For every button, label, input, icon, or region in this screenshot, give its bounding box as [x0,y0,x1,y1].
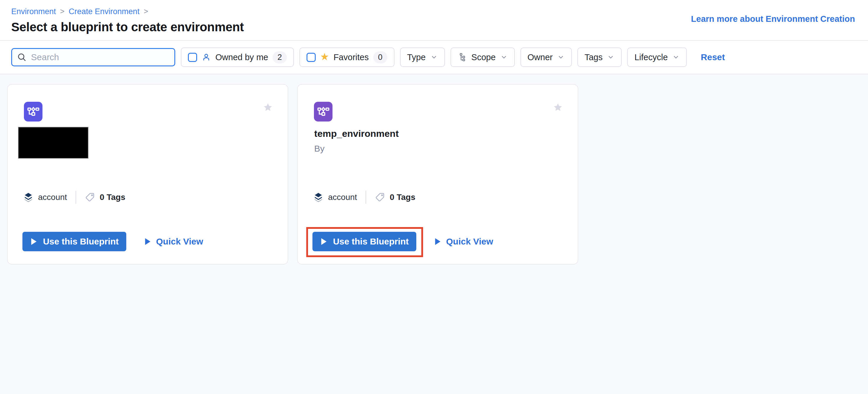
scope-filter-dropdown[interactable]: Scope [451,47,515,67]
play-icon [434,238,441,245]
blueprint-name: temp_environment [314,128,399,139]
owner-filter-label: Owner [528,53,553,62]
reset-filters-button[interactable]: Reset [701,52,725,62]
favorites-count-badge: 0 [373,51,388,63]
hierarchy-icon [458,53,467,62]
tags-filter-dropdown[interactable]: Tags [578,47,622,67]
play-icon [30,238,37,245]
redacted-blueprint-name [18,127,89,159]
person-icon [202,53,211,62]
account-scope-icon [23,192,34,203]
breadcrumb-create-environment[interactable]: Create Environment [69,7,140,16]
card-meta-row: account 0 Tags [23,191,125,204]
lifecycle-filter-dropdown[interactable]: Lifecycle [627,47,687,67]
scope-label: account [38,193,67,202]
type-filter-dropdown[interactable]: Type [400,47,445,67]
use-this-blueprint-label: Use this Blueprint [43,236,119,247]
breadcrumb-separator-icon: > [144,7,148,16]
filter-bar: Owned by me 2 ★ Favorites 0 Type [0,41,868,74]
divider [75,191,76,204]
blueprint-catalog-page: Environment > Create Environment > Selec… [0,0,868,394]
scope-label: account [328,193,357,202]
account-scope-icon [313,192,324,203]
breadcrumb-environment[interactable]: Environment [11,7,56,16]
tags-count-label: 0 Tags [100,193,125,202]
tag-icon [85,192,95,203]
page-header: Environment > Create Environment > Selec… [0,0,868,41]
chevron-down-icon [430,53,438,63]
chevron-down-icon [500,53,508,63]
blueprint-list: account 0 Tags Use [0,74,868,394]
favorites-checkbox[interactable] [307,53,316,62]
blueprint-tile-icon [24,102,42,122]
quick-view-label: Quick View [446,236,493,247]
tags-count-label: 0 Tags [390,193,415,202]
owned-by-me-label: Owned by me [215,53,268,62]
type-filter-label: Type [407,53,426,62]
quick-view-label: Quick View [156,236,203,247]
chevron-down-icon [672,53,680,63]
card-actions: Use this Blueprint Quick View [312,232,493,251]
blueprint-tile-icon [314,102,333,122]
owned-by-me-filter[interactable]: Owned by me 2 [181,47,294,67]
search-box[interactable] [11,48,175,66]
card-actions: Use this Blueprint Quick View [23,232,203,251]
quick-view-link[interactable]: Quick View [434,236,493,247]
use-this-blueprint-button[interactable]: Use this Blueprint [312,232,416,251]
breadcrumb-separator-icon: > [60,7,65,16]
chevron-down-icon [607,53,615,63]
favorites-filter[interactable]: ★ Favorites 0 [300,47,395,67]
owner-filter-dropdown[interactable]: Owner [521,47,572,67]
favorite-star-icon[interactable] [263,102,273,113]
favorite-star-icon[interactable] [553,102,563,113]
blueprint-author-label: By [314,143,324,154]
blueprint-card: account 0 Tags Use [7,84,288,265]
tag-icon [375,192,385,203]
blueprint-card-temp-environment: temp_environment By account [297,84,578,265]
use-this-blueprint-button[interactable]: Use this Blueprint [23,232,126,251]
owned-by-me-checkbox[interactable] [188,53,197,62]
owned-by-me-count-badge: 2 [273,51,287,63]
divider [366,191,366,204]
card-meta-row: account 0 Tags [313,191,415,204]
play-icon [320,238,327,245]
scope-filter-label: Scope [471,53,496,62]
quick-view-link[interactable]: Quick View [144,236,203,247]
search-icon [17,52,27,62]
chevron-down-icon [557,53,565,63]
search-input[interactable] [31,52,169,62]
tags-filter-label: Tags [585,53,602,62]
lifecycle-filter-label: Lifecycle [634,53,668,62]
learn-more-link[interactable]: Learn more about Environment Creation [691,14,855,24]
favorites-label: Favorites [333,53,369,62]
favorites-star-icon: ★ [320,52,329,62]
use-this-blueprint-label: Use this Blueprint [333,236,409,247]
play-icon [144,238,151,245]
